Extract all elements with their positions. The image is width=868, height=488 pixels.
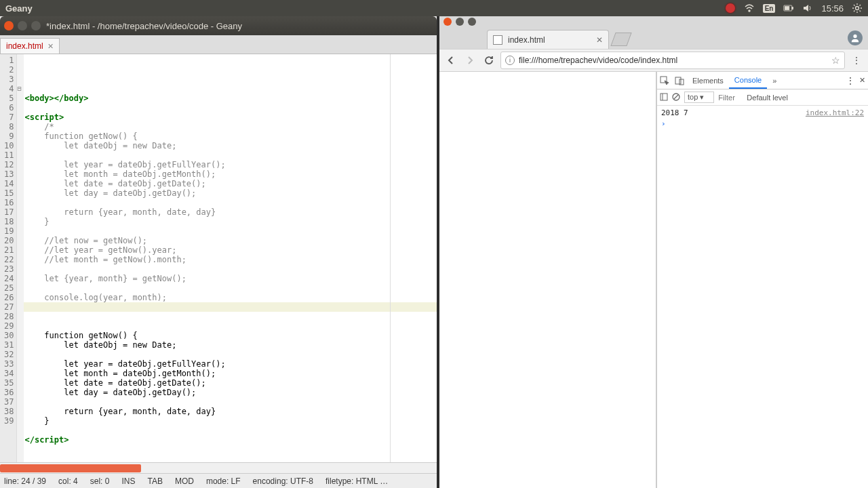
svg-point-0 bbox=[749, 10, 750, 12]
clear-console-icon[interactable] bbox=[672, 93, 680, 102]
wifi-icon[interactable] bbox=[744, 3, 755, 14]
right-margin-guide bbox=[390, 54, 391, 462]
status-ins: INS bbox=[121, 476, 135, 486]
console-log-row: 2018 7 index.html:22 bbox=[661, 108, 864, 119]
tab-title: index.html bbox=[508, 35, 545, 45]
devtools-close-icon[interactable]: ✕ bbox=[859, 76, 865, 85]
geany-titlebar[interactable]: *index.html - /home/trepachev/video/code… bbox=[0, 16, 437, 35]
chrome-tabstrip: index.html ✕ bbox=[439, 27, 868, 49]
svg-point-4 bbox=[856, 7, 859, 10]
devtools-panel: Elements Console » ⋮ ✕ top ▾ Default lev… bbox=[656, 72, 868, 488]
console-log-message: 2018 7 bbox=[661, 108, 688, 119]
statusbar: line: 24 / 39 col: 4 sel: 0 INS TAB MOD … bbox=[0, 473, 437, 488]
svg-rect-9 bbox=[660, 94, 667, 100]
console-output[interactable]: 2018 7 index.html:22 › bbox=[657, 106, 868, 488]
window-title: *index.html - /home/trepachev/video/code… bbox=[46, 21, 242, 31]
clock[interactable]: 15:56 bbox=[821, 3, 844, 14]
tab-close-icon[interactable]: ✕ bbox=[47, 42, 54, 51]
scrollbar-thumb[interactable] bbox=[0, 464, 141, 472]
reload-button[interactable] bbox=[481, 53, 496, 68]
console-source-link[interactable]: index.html:22 bbox=[806, 108, 864, 119]
fold-column[interactable]: ⊟ bbox=[17, 54, 24, 462]
page-viewport[interactable] bbox=[439, 72, 656, 488]
chrome-menu-button[interactable]: ⋮ bbox=[849, 53, 864, 68]
chrome-titlebar[interactable] bbox=[439, 16, 868, 27]
profile-avatar-button[interactable] bbox=[848, 30, 863, 45]
horizontal-scrollbar[interactable] bbox=[0, 462, 437, 473]
window-minimize-button[interactable] bbox=[18, 21, 27, 30]
chrome-minimize-button[interactable] bbox=[456, 18, 464, 26]
device-toolbar-icon[interactable] bbox=[672, 76, 687, 85]
status-mod: MOD bbox=[175, 476, 194, 486]
line-number-gutter: 1 2 3 4 5 6 7 8 9 10 11 12 13 14 15 16 1… bbox=[0, 54, 17, 462]
system-menubar: Geany En 15:56 bbox=[0, 0, 868, 16]
new-tab-button[interactable] bbox=[610, 33, 631, 46]
tab-more[interactable]: » bbox=[767, 72, 782, 89]
tab-elements[interactable]: Elements bbox=[687, 72, 729, 89]
status-tab: TAB bbox=[147, 476, 162, 486]
svg-point-5 bbox=[853, 35, 856, 38]
editor-area[interactable]: 1 2 3 4 5 6 7 8 9 10 11 12 13 14 15 16 1… bbox=[0, 54, 437, 462]
site-info-icon[interactable]: i bbox=[505, 56, 515, 65]
window-close-button[interactable] bbox=[4, 21, 14, 30]
file-favicon-icon bbox=[493, 35, 502, 45]
chevron-right-icon: › bbox=[661, 119, 666, 130]
file-tab[interactable]: index.html ✕ bbox=[0, 38, 60, 54]
battery-icon[interactable] bbox=[783, 3, 794, 14]
code-content[interactable]: <body></body> <script> /* function getNo… bbox=[24, 54, 437, 462]
tab-console[interactable]: Console bbox=[729, 72, 767, 89]
forward-button[interactable] bbox=[462, 53, 477, 68]
active-app-title: Geany bbox=[5, 3, 33, 14]
chrome-toolbar: i file:///home/trepachev/video/code/inde… bbox=[439, 49, 868, 72]
svg-rect-3 bbox=[785, 7, 789, 10]
chrome-close-button[interactable] bbox=[443, 18, 452, 26]
status-filetype: filetype: HTML … bbox=[326, 476, 388, 486]
svg-line-12 bbox=[674, 95, 678, 99]
tab-close-icon[interactable]: ✕ bbox=[596, 35, 603, 45]
file-tab-label: index.html bbox=[6, 41, 43, 51]
address-bar[interactable]: i file:///home/trepachev/video/code/inde… bbox=[500, 52, 845, 69]
url-text: file:///home/trepachev/video/code/index.… bbox=[519, 56, 677, 65]
window-maximize-button[interactable] bbox=[31, 21, 41, 30]
svg-rect-2 bbox=[792, 7, 793, 9]
chrome-maximize-button[interactable] bbox=[468, 18, 476, 26]
geany-window: *index.html - /home/trepachev/video/code… bbox=[0, 16, 437, 488]
back-button[interactable] bbox=[443, 53, 458, 68]
chrome-window: index.html ✕ i file:///home/trepachev/vi… bbox=[439, 16, 868, 488]
svg-rect-7 bbox=[675, 77, 681, 84]
browser-tab[interactable]: index.html ✕ bbox=[487, 30, 609, 49]
execution-context-selector[interactable]: top ▾ bbox=[684, 92, 714, 103]
bookmark-star-icon[interactable]: ☆ bbox=[831, 55, 840, 66]
geany-tabbar: index.html ✕ bbox=[0, 35, 437, 54]
status-sel: sel: 0 bbox=[90, 476, 110, 486]
volume-icon[interactable] bbox=[802, 3, 813, 14]
console-prompt-row[interactable]: › bbox=[661, 119, 864, 130]
console-sidebar-toggle-icon[interactable] bbox=[660, 93, 668, 102]
console-filter-input[interactable] bbox=[718, 94, 743, 102]
log-levels-selector[interactable]: Default level bbox=[747, 94, 788, 102]
record-icon[interactable] bbox=[725, 3, 736, 14]
status-mode: mode: LF bbox=[206, 476, 241, 486]
status-col: col: 4 bbox=[58, 476, 78, 486]
console-toolbar: top ▾ Default level bbox=[657, 89, 868, 106]
devtools-menu-icon[interactable]: ⋮ bbox=[846, 75, 855, 86]
keyboard-layout-indicator[interactable]: En bbox=[763, 4, 776, 13]
settings-gear-icon[interactable] bbox=[852, 3, 863, 14]
status-line: line: 24 / 39 bbox=[4, 476, 46, 486]
status-encoding: encoding: UTF-8 bbox=[253, 476, 313, 486]
devtools-tabs: Elements Console » ⋮ ✕ bbox=[657, 72, 868, 89]
system-tray: En 15:56 bbox=[725, 3, 863, 14]
inspect-element-icon[interactable] bbox=[657, 76, 672, 85]
